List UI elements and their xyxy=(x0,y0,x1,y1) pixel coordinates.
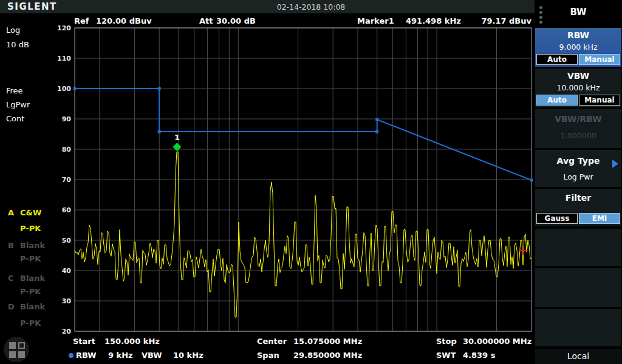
filter-emi-button[interactable]: EMI xyxy=(579,213,620,224)
local-button[interactable]: Local xyxy=(535,349,621,364)
svg-text:30: 30 xyxy=(62,297,72,305)
vbw-label: VBW xyxy=(142,351,162,360)
svg-text:50: 50 xyxy=(62,237,72,244)
vbw-manual-button[interactable]: Manual xyxy=(579,95,620,106)
spectrum-trace xyxy=(75,152,531,317)
vbw-title: VBW xyxy=(535,71,621,81)
softkey-filter[interactable]: Filter Gauss EMI xyxy=(535,189,621,226)
grab-dots-icon xyxy=(539,16,542,19)
softkey-empty-3 xyxy=(535,309,621,346)
svg-text:60: 60 xyxy=(62,206,72,214)
svg-text:20: 20 xyxy=(62,328,72,335)
rbw-auto-button[interactable]: Auto xyxy=(536,54,578,65)
softkey-avg-type[interactable]: Avg Type Log Pwr xyxy=(535,150,621,187)
filter-title: Filter xyxy=(535,193,621,203)
marker-number: 1 xyxy=(174,133,180,142)
softkey-rbw[interactable]: RBW 9.000 kHz Auto Manual xyxy=(535,28,621,67)
span-label: Span xyxy=(257,351,279,360)
svg-text:40: 40 xyxy=(62,267,72,275)
limit-line xyxy=(75,89,531,180)
swt-value: 4.839 s xyxy=(463,351,495,360)
avg-type-value: Log Pwr xyxy=(535,172,621,181)
vbw-rbw-value: 1.000000 xyxy=(535,131,621,140)
softkey-vbw[interactable]: VBW 10.000 kHz Auto Manual xyxy=(535,69,621,107)
vbw-value: 10 kHz xyxy=(173,351,203,360)
swt-label: SWT xyxy=(436,351,456,360)
grab-dots-icon xyxy=(539,6,542,9)
grab-dots-icon xyxy=(539,11,542,14)
svg-text:120: 120 xyxy=(57,24,71,32)
vbw-menu-value: 10.000 kHz xyxy=(535,83,621,92)
svg-text:110: 110 xyxy=(57,55,71,62)
vbw-rbw-title: VBW/RBW xyxy=(535,114,621,124)
grab-dots-icon xyxy=(539,21,542,24)
rbw-manual-button[interactable]: Manual xyxy=(579,54,620,65)
softkey-vbw-rbw-ratio[interactable]: VBW/RBW 1.000000 xyxy=(535,109,621,148)
stop-value: 30.000000 MHz xyxy=(463,337,531,346)
start-value: 150.000 kHz xyxy=(104,337,160,346)
svg-text:70: 70 xyxy=(62,176,72,184)
svg-text:90: 90 xyxy=(62,115,72,123)
filter-gauss-button[interactable]: Gauss xyxy=(536,213,578,224)
softkey-empty-1 xyxy=(535,229,621,266)
softkey-empty-2 xyxy=(535,268,621,307)
svg-text:80: 80 xyxy=(62,146,72,153)
rbw-menu-value: 9.000 kHz xyxy=(535,42,621,52)
avg-type-title: Avg Type xyxy=(535,156,621,166)
start-label: Start xyxy=(73,337,95,346)
vbw-auto-button[interactable]: Auto xyxy=(536,95,578,106)
spectrum-plot: 12011010090807060504030201 xyxy=(0,0,622,364)
submenu-arrow-icon xyxy=(612,160,618,168)
stop-label: Stop xyxy=(436,337,457,346)
trace-active-dot xyxy=(69,353,73,358)
spectrum-analyzer-screen: SIGLENT 02-14-2018 10:08 Ref 120.00 dBuv… xyxy=(0,0,622,364)
rbw-label: RBW xyxy=(76,351,97,360)
menu-title: BW xyxy=(535,7,622,18)
rbw-value: 9 kHz xyxy=(108,351,133,360)
center-label: Center xyxy=(257,337,287,346)
marker-diamond[interactable] xyxy=(173,143,181,151)
svg-text:100: 100 xyxy=(57,85,71,93)
center-value: 15.075000 MHz xyxy=(293,337,362,346)
span-value: 29.850000 MHz xyxy=(293,351,362,360)
rbw-title: RBW xyxy=(535,30,621,40)
softkey-menu: BW RBW 9.000 kHz Auto Manual VBW 10.000 … xyxy=(535,0,622,364)
